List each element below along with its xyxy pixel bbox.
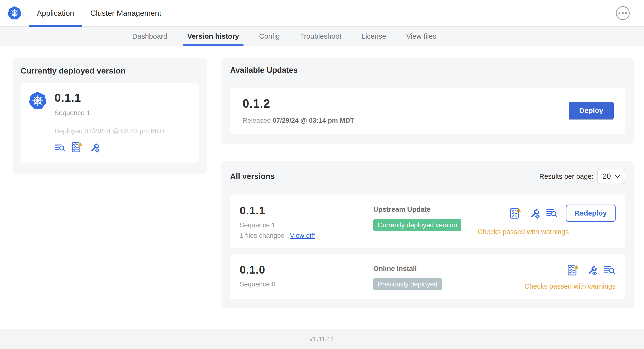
view-diff-link[interactable]: View diff xyxy=(290,232,315,240)
preflight-checks-warning-icon[interactable] xyxy=(71,141,83,153)
available-updates-panel: Available Updates 0.1.2 Released 07/29/2… xyxy=(222,58,634,144)
tab-cluster-management[interactable]: Cluster Management xyxy=(82,0,170,26)
checks-status-text: Checks passed with warnings xyxy=(524,282,616,290)
main-content: Currently deployed version 0.1.1 Sequ xyxy=(0,46,644,329)
results-per-page: Results per page: 20 xyxy=(539,169,625,184)
app-logo xyxy=(0,0,29,26)
all-versions-header: All versions Results per page: 20 xyxy=(230,169,625,184)
row-version-number: 0.1.0 xyxy=(240,263,373,276)
edit-config-icon[interactable] xyxy=(88,142,100,153)
version-history-section: Available Updates 0.1.2 Released 07/29/2… xyxy=(222,58,634,308)
kubernetes-logo-icon xyxy=(7,6,22,20)
view-config-icon[interactable] xyxy=(586,264,598,276)
tab-version-history[interactable]: Version history xyxy=(177,27,249,46)
all-versions-panel: All versions Results per page: 20 0.1.1 … xyxy=(222,161,634,308)
version-row-info: 0.1.1 Sequence 1 1 files changed View di… xyxy=(240,204,373,240)
files-changed-text: 1 files changed xyxy=(240,232,284,240)
row-source-label: Online Install xyxy=(373,265,524,272)
tab-view-files[interactable]: View files xyxy=(396,27,446,46)
topbar-spacer xyxy=(170,0,616,26)
tab-application[interactable]: Application xyxy=(29,0,82,26)
update-released-line: Released 07/29/24 @ 03:14 pm MDT xyxy=(242,117,354,124)
edit-config-icon[interactable] xyxy=(528,207,540,219)
deployed-timestamp: Deployed 07/29/24 @ 02:43 pm MDT xyxy=(54,127,165,135)
preflight-checks-warning-icon[interactable] xyxy=(510,207,522,220)
update-card: 0.1.2 Released 07/29/24 @ 03:14 pm MDT D… xyxy=(230,88,625,134)
kubernetes-app-icon xyxy=(28,91,47,110)
view-files-icon[interactable] xyxy=(54,142,66,153)
row-sequence: Sequence 0 xyxy=(240,280,373,288)
redeploy-button[interactable]: Redeploy xyxy=(566,204,616,222)
currently-deployed-panel: Currently deployed version 0.1.1 Sequ xyxy=(13,58,207,174)
tab-troubleshoot[interactable]: Troubleshoot xyxy=(290,27,351,46)
status-badge: Previously deployed xyxy=(373,278,442,290)
status-badge: Currently deployed version xyxy=(373,219,462,231)
deployed-version-card: 0.1.1 Sequence 1 Deployed 07/29/24 @ 02:… xyxy=(20,83,198,162)
update-version-number: 0.1.2 xyxy=(242,97,354,110)
version-row-actions: Checks passed with warnings xyxy=(524,263,616,290)
deployed-version-number: 0.1.1 xyxy=(54,91,165,104)
currently-deployed-section: Currently deployed version 0.1.1 Sequ xyxy=(13,58,207,174)
row-files-changed-line: 1 files changed View diff xyxy=(240,232,373,240)
available-updates-title: Available Updates xyxy=(230,66,625,75)
tab-config[interactable]: Config xyxy=(249,27,290,46)
deploy-button[interactable]: Deploy xyxy=(569,102,614,119)
top-tabs: Application Cluster Management xyxy=(29,0,170,26)
version-row: 0.1.0 Sequence 0 Online Install Previous… xyxy=(230,254,625,299)
top-nav-bar: Application Cluster Management xyxy=(0,0,644,27)
view-files-icon[interactable] xyxy=(546,208,558,219)
version-row-source: Online Install Previously deployed xyxy=(373,263,524,290)
app-sub-nav: Dashboard Version history Config Trouble… xyxy=(0,27,644,46)
row-source-label: Upstream Update xyxy=(373,206,478,214)
ellipsis-dot xyxy=(618,12,620,14)
version-row-info: 0.1.0 Sequence 0 xyxy=(240,263,373,288)
ellipsis-menu-button[interactable] xyxy=(616,6,630,20)
results-per-page-select[interactable]: 20 xyxy=(598,169,625,184)
chevron-down-icon xyxy=(615,174,620,178)
released-date: 07/29/24 @ 03:14 pm MDT xyxy=(272,117,354,124)
version-row-source: Upstream Update Currently deployed versi… xyxy=(373,204,478,231)
tab-license[interactable]: License xyxy=(351,27,396,46)
version-row: 0.1.1 Sequence 1 1 files changed View di… xyxy=(230,194,625,248)
currently-deployed-title: Currently deployed version xyxy=(20,66,198,76)
row-sequence: Sequence 1 xyxy=(240,221,373,229)
version-row-actions: Redeploy Checks passed with warnings xyxy=(478,204,616,236)
ellipsis-dot xyxy=(622,12,624,14)
app-footer: v1.112.1 xyxy=(0,329,644,349)
checks-status-text: Checks passed with warnings xyxy=(478,228,569,236)
results-per-page-label: Results per page: xyxy=(539,172,594,180)
released-prefix: Released xyxy=(242,117,271,124)
preflight-checks-warning-icon[interactable] xyxy=(567,264,579,276)
row-version-number: 0.1.1 xyxy=(240,204,373,217)
deployed-sequence: Sequence 1 xyxy=(54,109,165,117)
ellipsis-dot xyxy=(625,12,627,14)
view-files-icon[interactable] xyxy=(604,264,616,276)
deployed-version-actions xyxy=(54,141,165,153)
update-details: 0.1.2 Released 07/29/24 @ 03:14 pm MDT xyxy=(242,97,354,124)
tab-dashboard[interactable]: Dashboard xyxy=(122,27,177,46)
console-version: v1.112.1 xyxy=(309,335,334,343)
deployed-version-details: 0.1.1 Sequence 1 Deployed 07/29/24 @ 02:… xyxy=(54,91,165,153)
all-versions-title: All versions xyxy=(230,172,275,181)
results-per-page-value: 20 xyxy=(603,172,611,181)
